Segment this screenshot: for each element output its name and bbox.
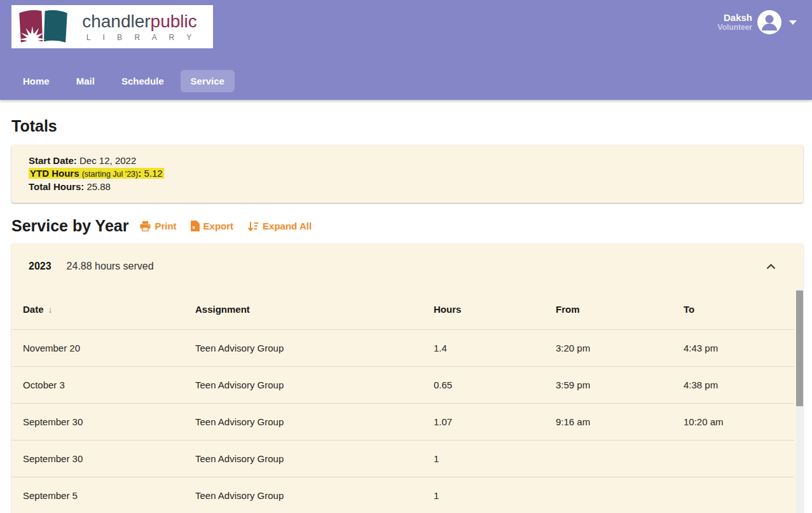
nav-item-schedule[interactable]: Schedule [111,70,174,92]
column-header-hours[interactable]: Hours [422,289,544,329]
table-scrollbar-thumb[interactable] [796,291,803,406]
table-row[interactable]: November 20 Teen Advisory Group 1.4 3:20… [11,329,794,366]
table-scrollbar-track[interactable] [796,289,803,513]
year-label: 2023 [29,261,52,272]
expand-all-button[interactable]: Expand All [247,221,312,231]
user-role: Volunteer [718,24,752,32]
logo-name: chandlerpublic [72,13,207,31]
service-section-header: Service by Year Print x Export Expand Al… [11,217,803,235]
column-header-to[interactable]: To [672,289,794,329]
excel-file-icon: x [191,221,200,231]
main-nav: Home Mail Schedule Service [0,70,812,100]
cell-hours: 1.4 [422,329,544,366]
start-date-label: Start Date: [29,155,77,166]
table-row[interactable]: September 30 Teen Advisory Group 1 [11,440,794,477]
total-hours-label: Total Hours: [29,181,84,192]
cell-assignment: Teen Advisory Group [184,366,422,403]
table-row[interactable]: September 30 Teen Advisory Group 1.07 9:… [11,403,794,440]
year-group-header[interactable]: 2023 24.88 hours served [11,243,803,289]
ytd-label: YTD Hours [30,168,79,179]
totals-card: Start Date: Dec 12, 2022 YTD Hours (star… [11,145,803,203]
cell-hours: 1 [422,477,544,513]
cell-date: September 30 [11,403,184,440]
start-date-line: Start Date: Dec 12, 2022 [29,154,786,167]
cell-assignment: Teen Advisory Group [184,477,422,513]
chevron-up-icon[interactable] [762,257,780,276]
cell-to: 10:20 am [672,403,794,440]
main-content: Totals Start Date: Dec 12, 2022 YTD Hour… [0,117,812,513]
print-button[interactable]: Print [140,221,176,231]
service-year-card: 2023 24.88 hours served Date↓ Assignment… [11,243,803,513]
table-header-row: Date↓ Assignment Hours From To [11,289,794,329]
year-summary: 24.88 hours served [67,261,154,272]
expand-all-label: Expand All [263,221,312,231]
cell-assignment: Teen Advisory Group [184,440,422,477]
service-table: Date↓ Assignment Hours From To November … [11,289,794,513]
ytd-value: 5.12 [144,168,162,179]
cell-from: 3:20 pm [544,329,672,366]
expand-all-icon [247,221,259,231]
cell-hours: 1 [422,440,544,477]
cell-to [672,440,794,477]
cell-date: September 5 [11,477,184,513]
cell-date: November 20 [11,329,184,366]
user-menu[interactable]: Daksh Volunteer [718,10,802,34]
ytd-highlight: YTD Hours (starting Jul '23): 5.12 [29,168,164,179]
print-label: Print [155,221,176,231]
svg-text:x: x [192,224,195,230]
cell-to [672,477,794,513]
cell-assignment: Teen Advisory Group [184,403,422,440]
cell-to: 4:43 pm [672,329,794,366]
nav-item-mail[interactable]: Mail [66,70,105,92]
column-header-assignment[interactable]: Assignment [184,289,422,329]
total-hours-line: Total Hours: 25.88 [29,181,786,193]
cell-from [544,440,672,477]
ytd-hours-line: YTD Hours (starting Jul '23): 5.12 [29,167,786,181]
column-header-from[interactable]: From [544,289,672,329]
column-header-date[interactable]: Date↓ [11,289,184,329]
library-logo[interactable]: chandlerpublic L I B R A R Y [11,5,213,48]
logo-subtitle: L I B R A R Y [76,34,207,41]
cell-from [544,477,672,513]
cell-date: October 3 [11,366,184,403]
ytd-colon: : [138,168,141,179]
cell-date: September 30 [11,440,184,477]
start-date-value: Dec 12, 2022 [79,155,136,166]
user-name: Daksh [718,12,752,23]
site-header: chandlerpublic L I B R A R Y Daksh Volun… [0,0,812,100]
cell-from: 3:59 pm [544,366,672,403]
cell-from: 9:16 am [544,403,672,440]
nav-item-service[interactable]: Service [181,70,235,92]
cell-hours: 0.65 [422,366,544,403]
nav-item-home[interactable]: Home [13,70,60,92]
service-by-year-heading: Service by Year [11,217,128,235]
library-logo-emblem-icon [14,8,72,46]
sort-descending-icon[interactable]: ↓ [48,304,53,315]
chevron-down-icon[interactable] [789,20,797,25]
ytd-note: (starting Jul '23) [82,170,139,179]
totals-heading: Totals [11,117,803,135]
cell-assignment: Teen Advisory Group [184,329,422,366]
export-label: Export [203,221,234,231]
total-hours-value: 25.88 [86,181,111,192]
table-row[interactable]: October 3 Teen Advisory Group 0.65 3:59 … [11,366,794,403]
table-row[interactable]: September 5 Teen Advisory Group 1 [11,477,794,513]
cell-to: 4:38 pm [672,366,794,403]
user-avatar-icon[interactable] [757,10,781,34]
export-button[interactable]: x Export [191,221,234,231]
cell-hours: 1.07 [422,403,544,440]
printer-icon [140,221,151,231]
